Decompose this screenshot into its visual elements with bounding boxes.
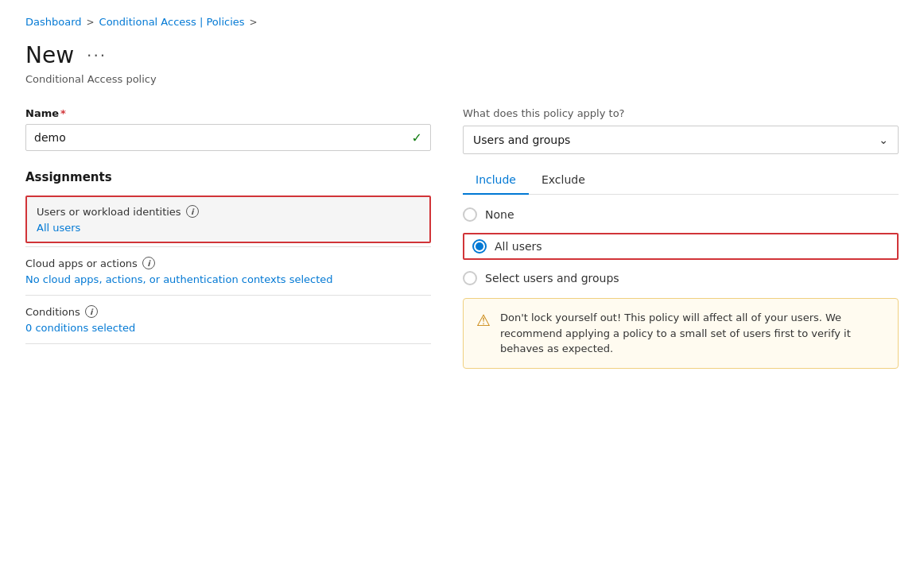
conditions-link[interactable]: 0 conditions selected: [25, 322, 135, 334]
breadcrumb-dashboard[interactable]: Dashboard: [25, 16, 82, 28]
assignment-conditions-label: Conditions: [25, 306, 80, 318]
assignment-item-conditions[interactable]: Conditions i 0 conditions selected: [25, 295, 431, 344]
tab-exclude[interactable]: Exclude: [529, 167, 598, 195]
name-label: Name*: [25, 107, 431, 119]
assignment-conditions-header: Conditions i: [25, 305, 431, 318]
radio-group: None All users Select users and groups: [463, 207, 899, 285]
dropdown-value: Users and groups: [473, 134, 570, 146]
tab-include[interactable]: Include: [463, 167, 529, 195]
assignment-item-cloud-apps[interactable]: Cloud apps or actions i No cloud apps, a…: [25, 246, 431, 295]
policy-applies-label: What does this policy apply to?: [463, 107, 899, 119]
left-panel: Name* demo ✓ Assignments Users or worklo…: [25, 107, 431, 344]
name-input[interactable]: demo ✓: [25, 124, 431, 151]
users-groups-dropdown[interactable]: Users and groups ⌄: [463, 126, 899, 154]
page-header: New ···: [25, 42, 899, 68]
assignments-heading: Assignments: [25, 170, 431, 184]
assignment-cloud-header: Cloud apps or actions i: [25, 257, 431, 269]
page-subtitle: Conditional Access policy: [25, 73, 899, 85]
users-link[interactable]: All users: [37, 222, 80, 234]
breadcrumb-policies[interactable]: Conditional Access | Policies: [99, 16, 245, 28]
radio-select-users[interactable]: Select users and groups: [463, 271, 899, 285]
assignment-users-header: Users or workload identities i: [37, 205, 420, 218]
radio-none[interactable]: None: [463, 207, 899, 222]
radio-none-circle: [463, 207, 477, 222]
radio-select-users-circle: [463, 271, 477, 285]
radio-all-users-circle: [472, 239, 487, 254]
breadcrumb: Dashboard > Conditional Access | Policie…: [25, 16, 899, 28]
assignment-cloud-label: Cloud apps or actions: [25, 257, 138, 269]
radio-select-users-label: Select users and groups: [485, 272, 619, 285]
checkmark-icon: ✓: [412, 130, 422, 145]
warning-text: Don't lock yourself out! This policy wil…: [500, 310, 885, 357]
breadcrumb-sep-2: >: [250, 17, 258, 28]
warning-icon: ⚠: [476, 311, 491, 330]
users-info-icon[interactable]: i: [186, 205, 199, 218]
cloud-info-icon[interactable]: i: [142, 257, 155, 269]
include-exclude-tabs: Include Exclude: [463, 167, 899, 195]
dropdown-chevron-icon: ⌄: [879, 134, 888, 146]
cloud-apps-link[interactable]: No cloud apps, actions, or authenticatio…: [25, 273, 333, 285]
radio-all-users-box[interactable]: All users: [463, 233, 899, 260]
ellipsis-button[interactable]: ···: [82, 45, 111, 67]
warning-box: ⚠ Don't lock yourself out! This policy w…: [463, 298, 899, 369]
right-panel: What does this policy apply to? Users an…: [463, 107, 899, 369]
name-field-group: Name* demo ✓: [25, 107, 431, 151]
main-layout: Name* demo ✓ Assignments Users or worklo…: [25, 107, 899, 369]
required-star: *: [60, 107, 66, 119]
breadcrumb-sep-1: >: [87, 17, 95, 28]
radio-none-label: None: [485, 208, 514, 221]
assignment-users-label: Users or workload identities: [37, 206, 181, 218]
conditions-info-icon[interactable]: i: [85, 305, 98, 318]
name-input-value: demo: [34, 131, 66, 144]
page-container: Dashboard > Conditional Access | Policie…: [0, 0, 924, 573]
page-title: New: [25, 42, 74, 68]
radio-all-users-label: All users: [495, 240, 542, 253]
assignment-item-users[interactable]: Users or workload identities i All users: [25, 196, 431, 243]
